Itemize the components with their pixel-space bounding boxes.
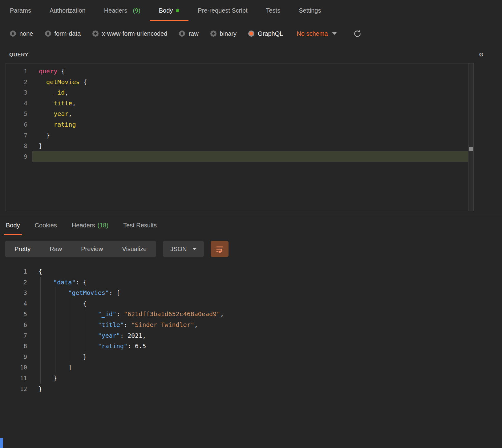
response-line: } <box>38 373 490 384</box>
tab-response-test-results[interactable]: Test Results <box>121 217 159 235</box>
response-line: "data": { <box>38 277 490 288</box>
radio-icon <box>10 31 16 37</box>
code-line: query { <box>39 66 467 77</box>
response-line: ] <box>38 362 490 373</box>
code-line: title, <box>39 98 467 109</box>
tab-params[interactable]: Params <box>1 1 40 21</box>
response-toolbar: Pretty Raw Preview Visualize JSON <box>5 241 229 257</box>
editor-line-numbers: 1 2 3 4 5 6 7 8 9 <box>6 66 27 162</box>
chevron-down-icon <box>192 248 196 250</box>
response-line: "getMovies": [ <box>38 287 490 298</box>
tab-response-headers[interactable]: Headers(18) <box>70 217 110 235</box>
view-visualize-button[interactable]: Visualize <box>112 241 156 257</box>
tab-authorization[interactable]: Authorization <box>40 1 95 21</box>
body-modified-dot-icon <box>176 9 179 12</box>
radio-label: GraphQL <box>258 30 283 37</box>
response-line: } <box>38 352 490 362</box>
graphql-query-editor[interactable]: 1 2 3 4 5 6 7 8 9 query { getMovies { _i… <box>6 63 474 211</box>
view-raw-button[interactable]: Raw <box>40 241 71 257</box>
wrap-text-icon <box>215 245 224 253</box>
tab-label: Params <box>10 7 31 14</box>
response-line: { <box>38 266 490 277</box>
tab-tests[interactable]: Tests <box>257 1 289 21</box>
tab-label: Pre-request Script <box>198 7 247 14</box>
radio-label: raw <box>188 30 198 37</box>
response-line: "_id": "621dff3ba1d652c468a0ead9", <box>38 309 490 320</box>
line-number: 3 <box>6 87 27 98</box>
radio-label: form-data <box>55 30 81 37</box>
view-label: Preview <box>81 246 103 253</box>
tab-label: Headers <box>104 7 128 14</box>
response-format-dropdown[interactable]: JSON <box>163 241 204 257</box>
response-tab-bar: Body Cookies Headers(18) Test Results <box>0 217 159 235</box>
tab-label: Cookies <box>35 222 57 229</box>
schema-dropdown[interactable]: No schema <box>297 30 336 37</box>
wrap-lines-button[interactable] <box>211 241 229 257</box>
line-number: 11 <box>6 373 27 384</box>
line-number: 8 <box>6 141 27 151</box>
radio-none[interactable]: none <box>10 30 33 37</box>
line-number: 1 <box>6 66 27 77</box>
response-line: "rating": 6.5 <box>38 341 490 352</box>
format-dropdown-value: JSON <box>170 246 187 253</box>
code-line: getMovies { <box>39 77 467 88</box>
line-number: 2 <box>6 277 27 288</box>
editor-code: query { getMovies { _id, title, year, ra… <box>39 66 467 162</box>
response-view-switcher: Pretty Raw Preview Visualize <box>5 241 156 257</box>
tab-label: Tests <box>266 7 280 14</box>
chevron-down-icon <box>332 32 337 35</box>
view-pretty-button[interactable]: Pretty <box>5 241 40 257</box>
response-body-viewer: 1 2 3 4 5 6 7 8 9 10 11 12 { "data": { "… <box>6 263 496 410</box>
tab-response-body[interactable]: Body <box>4 217 22 235</box>
line-number: 2 <box>6 77 27 88</box>
tab-label: Authorization <box>50 7 86 14</box>
tab-body[interactable]: Body <box>150 1 189 21</box>
response-headers-count-badge: (18) <box>97 222 108 229</box>
code-line: rating <box>39 119 467 130</box>
radio-icon <box>210 31 217 37</box>
code-line cursor-line <box>39 151 467 162</box>
editor-scrollbar-thumb[interactable] <box>469 147 473 151</box>
tab-pre-request-script[interactable]: Pre-request Script <box>188 1 257 21</box>
schema-dropdown-value: No schema <box>297 30 328 37</box>
graphql-variables-section-title-clipped: G <box>479 52 484 58</box>
radio-graphql[interactable]: GraphQL <box>248 30 283 37</box>
radio-label: binary <box>220 30 237 37</box>
code-line: } <box>39 141 467 151</box>
line-number: 12 <box>6 384 27 394</box>
radio-icon <box>179 31 185 37</box>
bottom-left-blue-accent <box>0 438 3 448</box>
line-number: 5 <box>6 309 27 320</box>
tab-settings[interactable]: Settings <box>289 1 330 21</box>
line-number: 4 <box>6 298 27 309</box>
response-code: { "data": { "getMovies": [ { "_id": "621… <box>38 266 490 394</box>
tab-label: Settings <box>299 7 321 14</box>
line-number: 5 <box>6 108 27 119</box>
radio-binary[interactable]: binary <box>210 30 237 37</box>
radio-label: none <box>19 30 33 37</box>
response-line: "year": 2021, <box>38 330 490 341</box>
radio-form-data[interactable]: form-data <box>45 30 81 37</box>
postman-request-window: Params Authorization Headers(9) Body Pre… <box>0 0 502 448</box>
tab-response-cookies[interactable]: Cookies <box>33 217 59 235</box>
radio-icon <box>45 31 51 37</box>
line-number: 7 <box>6 130 27 141</box>
headers-count-badge: (9) <box>133 7 140 14</box>
radio-selected-icon <box>248 31 254 37</box>
request-tab-bar: Params Authorization Headers(9) Body Pre… <box>0 1 502 21</box>
code-line: _id, <box>39 87 467 98</box>
code-line: year, <box>39 108 467 119</box>
response-line-numbers: 1 2 3 4 5 6 7 8 9 10 11 12 <box>6 266 27 394</box>
view-label: Visualize <box>122 246 147 253</box>
radio-raw[interactable]: raw <box>179 30 198 37</box>
refresh-schema-button[interactable] <box>353 30 362 38</box>
line-number: 6 <box>6 119 27 130</box>
response-line: } <box>38 384 490 394</box>
radio-label: x-www-form-urlencoded <box>102 30 167 37</box>
line-number: 3 <box>6 287 27 298</box>
editor-scrollbar[interactable] <box>468 63 473 211</box>
tab-headers[interactable]: Headers(9) <box>95 1 150 21</box>
view-preview-button[interactable]: Preview <box>71 241 112 257</box>
radio-x-www-form-urlencoded[interactable]: x-www-form-urlencoded <box>92 30 167 37</box>
response-line: { <box>38 298 490 309</box>
